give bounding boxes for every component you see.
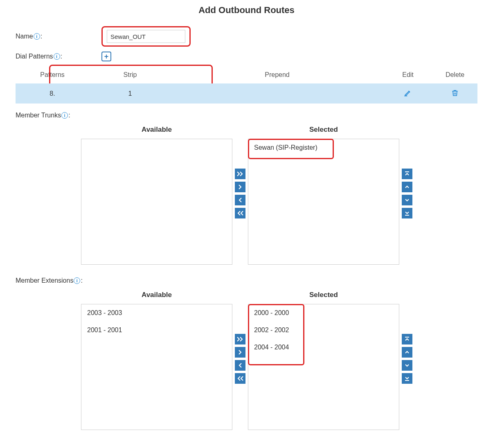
list-item[interactable]: 2002 - 2002 xyxy=(248,322,399,339)
list-item[interactable]: 2004 - 2004 xyxy=(248,339,399,356)
extensions-available-list[interactable]: 2003 - 20032001 - 2001 xyxy=(81,304,232,430)
move-all-left-button[interactable] xyxy=(235,208,245,218)
move-down-button[interactable] xyxy=(402,195,412,205)
edit-icon[interactable] xyxy=(403,88,412,97)
extensions-dual-list: Available 2003 - 20032001 - 2001 Selecte… xyxy=(16,288,477,430)
move-top-button[interactable] xyxy=(402,169,412,179)
colon: : xyxy=(41,33,42,40)
move-bottom-button[interactable] xyxy=(402,208,412,218)
dial-patterns-label: Dial Patterns xyxy=(16,53,53,60)
info-icon[interactable]: i xyxy=(74,277,80,284)
add-pattern-button[interactable]: + xyxy=(101,52,111,61)
move-up-button[interactable] xyxy=(402,182,412,192)
header-edit: Edit xyxy=(383,66,432,83)
delete-icon[interactable] xyxy=(450,88,459,97)
dial-patterns-table: Patterns Strip Prepend Edit Delete 8. 1 xyxy=(16,66,477,104)
header-strip: Strip xyxy=(89,66,171,83)
list-item[interactable]: Sewan (SIP-Register) xyxy=(248,139,399,156)
move-all-right-button[interactable] xyxy=(235,334,245,344)
dial-patterns-row: Dial Patterns i : + xyxy=(0,49,493,64)
cell-strip: 1 xyxy=(89,83,171,104)
info-icon[interactable]: i xyxy=(54,53,60,60)
move-down-button[interactable] xyxy=(402,360,412,371)
name-label: Name xyxy=(16,33,33,40)
name-input[interactable] xyxy=(107,30,185,43)
table-row[interactable]: 8. 1 xyxy=(16,83,477,104)
member-extensions-label: Member Extensions xyxy=(16,277,73,284)
member-extensions-section: Member Extensions i : Available 2003 - 2… xyxy=(16,277,477,430)
header-prepend: Prepend xyxy=(171,66,383,83)
selected-title: Selected xyxy=(248,288,399,304)
colon: : xyxy=(61,53,62,60)
list-item[interactable]: 2000 - 2000 xyxy=(248,304,399,322)
info-icon[interactable]: i xyxy=(61,112,68,119)
available-title: Available xyxy=(81,122,232,139)
move-all-left-button[interactable] xyxy=(235,373,245,384)
page-title: Add Outbound Routes xyxy=(0,0,493,24)
colon: : xyxy=(68,112,70,119)
move-left-button[interactable] xyxy=(235,195,245,205)
available-title: Available xyxy=(81,288,232,304)
trunks-selected-list[interactable]: Sewan (SIP-Register) xyxy=(248,139,399,265)
move-up-button[interactable] xyxy=(402,347,412,358)
name-row: Name i : xyxy=(0,24,493,49)
info-icon[interactable]: i xyxy=(34,33,40,40)
extensions-selected-list[interactable]: 2000 - 20002002 - 20022004 - 2004 xyxy=(248,304,399,430)
trunks-available-list[interactable] xyxy=(81,139,232,265)
move-left-button[interactable] xyxy=(235,360,245,371)
selected-title: Selected xyxy=(248,122,399,139)
move-right-button[interactable] xyxy=(235,182,245,192)
name-highlight-box xyxy=(101,26,191,47)
member-trunks-section: Member Trunks i : Available Selected Sew… xyxy=(16,112,477,265)
cell-pattern: 8. xyxy=(16,83,89,104)
list-item[interactable]: 2001 - 2001 xyxy=(81,322,232,339)
member-trunks-label: Member Trunks xyxy=(16,112,61,119)
list-item[interactable]: 2003 - 2003 xyxy=(81,304,232,322)
colon: : xyxy=(81,277,82,284)
move-top-button[interactable] xyxy=(402,334,412,344)
header-patterns: Patterns xyxy=(16,66,89,83)
move-bottom-button[interactable] xyxy=(402,373,412,384)
move-right-button[interactable] xyxy=(235,347,245,358)
cell-prepend xyxy=(171,83,383,104)
move-all-right-button[interactable] xyxy=(235,169,245,179)
dial-table-wrap: Patterns Strip Prepend Edit Delete 8. 1 xyxy=(16,66,477,104)
header-delete: Delete xyxy=(432,66,477,83)
trunks-dual-list: Available Selected Sewan (SIP-Register) xyxy=(16,122,477,265)
